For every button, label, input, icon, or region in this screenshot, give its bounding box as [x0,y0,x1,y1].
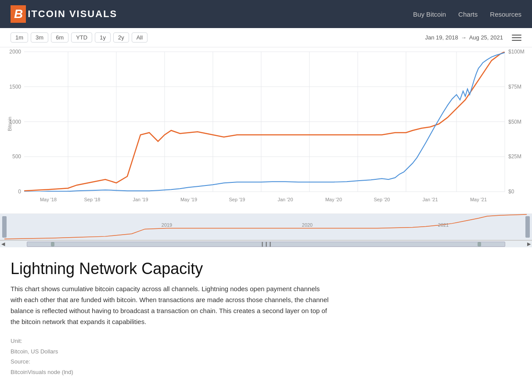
chart-description-section: Lightning Network Capacity This chart sh… [0,247,342,386]
svg-text:Jan '21: Jan '21 [422,197,438,202]
svg-text:$0: $0 [508,189,514,195]
time-btn-2y[interactable]: 2y [113,32,129,43]
svg-text:Sep '19: Sep '19 [229,197,245,202]
chart-container: Bitcoin [0,47,532,247]
unit-line: Unit: Bitcoin, US Dollars [11,336,332,356]
nav-charts[interactable]: Charts [458,11,478,18]
unit-value: Bitcoin, US Dollars [11,346,332,356]
scroll-handle-right[interactable] [478,242,481,246]
svg-text:2019: 2019 [162,223,172,228]
svg-text:$100M: $100M [508,49,525,55]
svg-text:$50M: $50M [508,119,521,125]
svg-text:$75M: $75M [508,84,521,90]
y-axis-label: Bitcoin [7,117,12,131]
chart-description: This chart shows cumulative bitcoin capa… [11,284,332,327]
mini-chart-svg: 2019 2020 2021 [0,214,532,240]
scroll-left-arrow[interactable]: ◀ [0,241,6,247]
svg-rect-38 [0,214,532,240]
source-line: Source: BitcoinVisuals node (lnd) [11,356,332,377]
time-btn-all[interactable]: All [132,32,147,43]
mini-chart[interactable]: 2019 2020 2021 [0,214,532,240]
date-range: Jan 19, 2018 → Aug 25, 2021 [425,34,503,41]
svg-text:May '20: May '20 [325,197,342,202]
svg-text:0: 0 [18,189,21,195]
time-btn-3m[interactable]: 3m [31,32,48,43]
svg-text:Sep '20: Sep '20 [374,197,390,202]
scroll-handle-left[interactable] [51,242,54,246]
date-end: Aug 25, 2021 [469,34,503,41]
hamburger-line-1 [512,35,521,36]
logo-b: B [11,5,26,23]
svg-text:May '18: May '18 [40,197,57,202]
logo-text: ITCOIN VISUALS [26,8,117,20]
hamburger-line-2 [512,37,521,38]
unit-label: Unit: [11,336,332,346]
chart-toolbar: 1m 3m 6m YTD 1y 2y All Jan 19, 2018 → Au… [0,28,532,47]
time-btn-1m[interactable]: 1m [11,32,28,43]
svg-text:2020: 2020 [302,223,313,228]
date-arrow: → [461,34,467,41]
svg-text:2021: 2021 [438,223,449,228]
svg-text:Jan '19: Jan '19 [133,197,148,202]
site-header: B ITCOIN VISUALS Buy Bitcoin Charts Reso… [0,0,532,28]
main-nav: Buy Bitcoin Charts Resources [413,11,521,18]
logo[interactable]: B ITCOIN VISUALS [11,5,117,23]
scroll-center-handle[interactable]: ❙❙❙ [260,241,272,247]
svg-rect-43 [525,216,530,238]
nav-resources[interactable]: Resources [490,11,521,18]
scroll-right-arrow[interactable]: ▶ [526,241,532,247]
time-btn-ytd[interactable]: YTD [71,32,92,43]
menu-icon[interactable] [512,35,521,41]
svg-text:May '19: May '19 [180,197,197,202]
main-chart[interactable]: Bitcoin [0,47,532,214]
scroll-bar[interactable]: ◀ ❙❙❙ ▶ [0,240,532,247]
chart-title: Lightning Network Capacity [11,260,332,278]
svg-rect-42 [2,216,7,238]
svg-text:Jan '20: Jan '20 [277,197,293,202]
svg-text:Sep '18: Sep '18 [84,197,101,202]
time-btn-1y[interactable]: 1y [95,32,111,43]
chart-meta: Unit: Bitcoin, US Dollars Source: Bitcoi… [11,336,332,377]
date-start: Jan 19, 2018 [425,34,458,41]
svg-text:$25M: $25M [508,153,521,160]
svg-text:May '21: May '21 [470,197,487,202]
hamburger-line-3 [512,40,521,41]
time-btn-6m[interactable]: 6m [51,32,68,43]
source-label: Source: [11,356,332,367]
chart-svg: 2000 1500 1000 500 0 $100M $75M $50M $25… [0,47,532,214]
nav-buy-bitcoin[interactable]: Buy Bitcoin [413,11,446,18]
source-value: BitcoinVisuals node (lnd) [11,367,332,377]
